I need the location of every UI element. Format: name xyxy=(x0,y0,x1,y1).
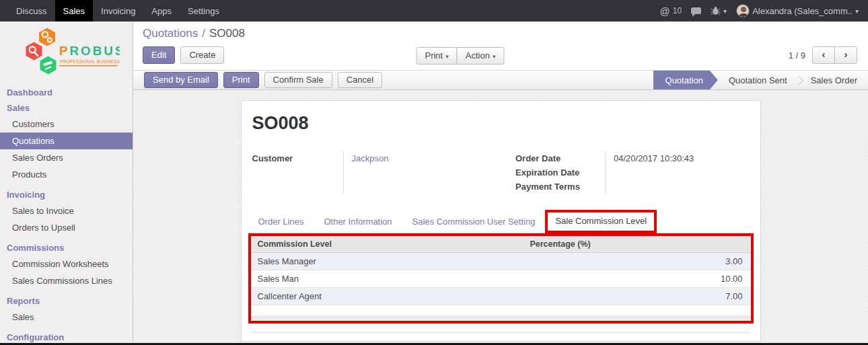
edit-button[interactable]: Edit xyxy=(143,46,175,64)
notebook-tabs: Order Lines Other Information Sales Comm… xyxy=(248,210,754,233)
column-header-percentage[interactable]: Percentage (%) xyxy=(523,236,750,253)
sidebar-item-label: Customers xyxy=(12,119,55,129)
breadcrumb-separator: / xyxy=(202,27,205,40)
caret-down-icon: ▾ xyxy=(445,53,449,60)
cell-percentage: 10.00 xyxy=(523,270,750,288)
cell-commission-level: Callcenter Agent xyxy=(251,288,523,305)
company-logo[interactable]: PROBUSE PROFESSIONAL BUSINESS xyxy=(0,22,133,85)
form-view-background: SO008 Customer Jackpson Order Date E xyxy=(133,90,868,343)
user-name: Alexandra (Sales_comm.. xyxy=(752,6,853,16)
sidebar-menu: Dashboard Sales Customers Quotations Sal… xyxy=(0,85,133,343)
cancel-button[interactable]: Cancel xyxy=(338,72,382,88)
cell-commission-level: Sales Manager xyxy=(251,253,523,270)
tab-order-lines[interactable]: Order Lines xyxy=(248,210,314,233)
create-button[interactable]: Create xyxy=(180,46,224,64)
app-discuss[interactable]: Discuss xyxy=(8,0,55,22)
debug-menu[interactable]: ▾ xyxy=(711,6,727,15)
cell-percentage: 3.00 xyxy=(523,253,750,270)
status-quotation-sent[interactable]: Quotation Sent xyxy=(718,71,798,89)
form-statusbar: Send by Email Print Confirm Sale Cancel … xyxy=(133,70,868,90)
sidebar-item-quotations[interactable]: Quotations xyxy=(0,132,133,149)
table-row[interactable]: Sales Manager 3.00 xyxy=(251,253,751,270)
sidebar-item-reports-sales[interactable]: Sales xyxy=(0,309,133,325)
control-panel: Quotations/SO008 Edit Create 1 / 9 ‹ › P… xyxy=(133,22,868,70)
quotation-sheet: SO008 Customer Jackpson Order Date E xyxy=(241,100,761,342)
dates-field-group: Order Date Expiration Date Payment Terms… xyxy=(501,151,750,194)
pager-value: 1 / 9 xyxy=(789,50,805,61)
page-title: SO008 xyxy=(242,101,760,134)
app-sales[interactable]: Sales xyxy=(55,0,94,22)
sidebar-item-label: Orders to Upsell xyxy=(12,223,75,233)
print-dropdown-label: Print xyxy=(425,50,443,61)
pager-next-button[interactable]: › xyxy=(834,46,857,65)
sidebar-header-configuration[interactable]: Configuration xyxy=(0,330,133,343)
expiration-date-label: Expiration Date xyxy=(515,165,605,180)
logo-hexagons xyxy=(26,28,57,75)
tab-other-information[interactable]: Other Information xyxy=(314,210,402,233)
bug-icon xyxy=(711,6,721,15)
commission-table-highlight: Commission Level Percentage (%) Sales Ma… xyxy=(248,233,754,323)
mention-at-icon: @ xyxy=(660,5,670,17)
column-header-commission-level[interactable]: Commission Level xyxy=(251,236,523,253)
sidebar-item-products[interactable]: Products xyxy=(0,166,133,183)
status-quotation[interactable]: Quotation xyxy=(653,71,718,89)
sidebar-header-sales[interactable]: Sales xyxy=(0,100,133,116)
sidebar-header-invoicing[interactable]: Invoicing xyxy=(0,187,133,202)
user-avatar xyxy=(736,4,750,17)
sidebar-item-dashboard[interactable]: Dashboard xyxy=(0,85,133,100)
action-dropdown-button[interactable]: Action▾ xyxy=(457,47,505,65)
messages-icon[interactable] xyxy=(691,7,701,14)
tab-sale-commission-level[interactable]: Sale Commission Level xyxy=(545,210,657,233)
sidebar-item-sales-orders[interactable]: Sales Orders xyxy=(0,149,133,166)
send-by-email-button[interactable]: Send by Email xyxy=(144,72,218,88)
user-menu[interactable]: Alexandra (Sales_comm.. ▾ xyxy=(736,4,859,17)
sidebar-item-label: Products xyxy=(12,169,46,180)
sidebar-item-commission-worksheets[interactable]: Commission Worksheets xyxy=(0,256,133,272)
payment-terms-label: Payment Terms xyxy=(515,180,605,194)
customer-label: Customer xyxy=(252,151,343,165)
sidebar-header-commissions[interactable]: Commissions xyxy=(0,240,133,256)
order-date-value: 04/20/2017 10:30:43 xyxy=(606,151,750,165)
sidebar-header-reports[interactable]: Reports xyxy=(0,293,133,309)
caret-down-icon: ▾ xyxy=(723,7,727,15)
order-date-label: Order Date xyxy=(515,151,605,165)
svg-text:PROBUSE: PROBUSE xyxy=(59,44,120,58)
app-apps[interactable]: Apps xyxy=(143,0,180,22)
app-invoicing[interactable]: Invoicing xyxy=(93,0,143,22)
breadcrumb-current: SO008 xyxy=(209,27,245,40)
confirm-sale-button[interactable]: Confirm Sale xyxy=(264,72,332,88)
top-navbar: Discuss Sales Invoicing Apps Settings @ … xyxy=(0,0,868,22)
sidebar-item-sales-to-invoice[interactable]: Sales to Invoice xyxy=(0,202,133,219)
sidebar-item-label: Quotations xyxy=(12,136,55,146)
table-row[interactable]: Callcenter Agent 7.00 xyxy=(251,288,751,305)
table-footer-strip xyxy=(252,315,750,320)
sidebar-item-orders-to-upsell[interactable]: Orders to Upsell xyxy=(0,219,133,236)
cell-commission-level: Sales Man xyxy=(251,270,523,288)
svg-text:PROFESSIONAL BUSINESS: PROFESSIONAL BUSINESS xyxy=(61,59,120,64)
status-pipeline: Quotation Quotation Sent Sales Order xyxy=(653,71,868,89)
status-sales-order[interactable]: Sales Order xyxy=(800,71,868,89)
pager-previous-button[interactable]: ‹ xyxy=(812,46,835,65)
payment-terms-value xyxy=(606,180,750,194)
sidebar-item-sales-commissions-lines[interactable]: Sales Commissions Lines xyxy=(0,272,133,289)
customer-field-group: Customer Jackpson xyxy=(252,151,501,194)
action-dropdown-label: Action xyxy=(466,50,490,61)
commission-level-table: Commission Level Percentage (%) Sales Ma… xyxy=(251,236,751,315)
mentions-count: 10 xyxy=(673,6,682,15)
breadcrumb: Quotations/SO008 xyxy=(143,27,857,40)
print-dropdown-button[interactable]: Print▾ xyxy=(416,47,457,65)
tab-sales-commission-user-setting[interactable]: Sales Commission User Setting xyxy=(402,210,546,233)
caret-down-icon: ▾ xyxy=(855,7,859,15)
sidebar: PROBUSE PROFESSIONAL BUSINESS Dashboard … xyxy=(0,22,133,343)
caret-down-icon: ▾ xyxy=(493,53,496,60)
mentions-counter[interactable]: @ 10 xyxy=(660,5,682,17)
sidebar-item-customers[interactable]: Customers xyxy=(0,116,133,132)
chat-bubble-icon xyxy=(691,7,701,14)
expiration-date-value xyxy=(606,165,750,180)
table-row[interactable]: Sales Man 10.00 xyxy=(251,270,751,288)
print-quote-button[interactable]: Print xyxy=(223,72,259,88)
cell-percentage: 7.00 xyxy=(523,288,750,305)
breadcrumb-quotations-link[interactable]: Quotations xyxy=(143,27,198,40)
customer-value-link[interactable]: Jackpson xyxy=(352,153,389,163)
app-settings[interactable]: Settings xyxy=(180,0,227,22)
